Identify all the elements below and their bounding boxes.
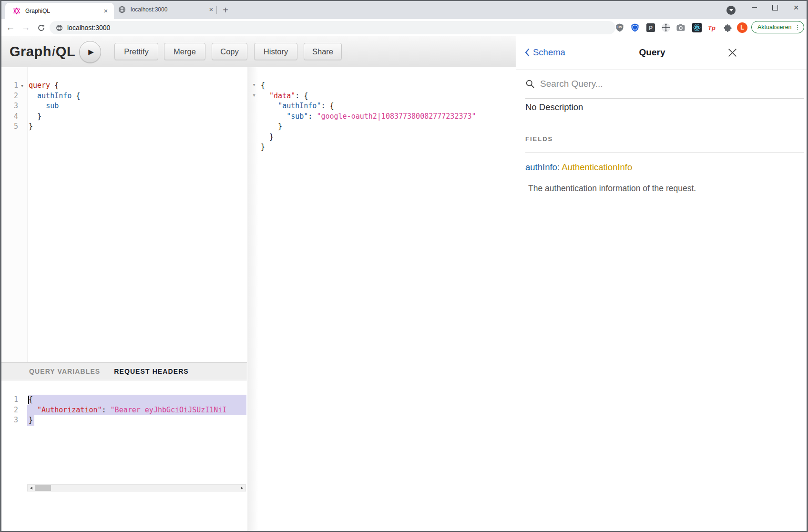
svg-text:P: P: [649, 25, 653, 31]
code-line: "authInfo": {: [259, 101, 515, 112]
field-description: The authentication information of the re…: [528, 184, 696, 194]
request-headers-editor[interactable]: 1 2 3 { "Authorization": "Bearer eyJhbGc…: [0, 380, 246, 501]
address-url: localhost:3000: [67, 24, 110, 31]
field-type-separator: :: [557, 162, 562, 172]
copy-button[interactable]: Copy: [212, 43, 247, 60]
tab-request-headers[interactable]: REQUEST HEADERS: [114, 368, 189, 375]
tab-search-caret-icon[interactable]: [726, 6, 736, 15]
code-line: "sub": "google-oauth2|108377380082777232…: [259, 112, 515, 122]
extensions-puzzle-icon[interactable]: [723, 23, 733, 32]
code-line: sub: [27, 101, 247, 112]
graphiql-logo: GraphiQL: [10, 36, 75, 67]
scroll-right-arrow-icon[interactable]: [238, 485, 245, 491]
globe-icon: [118, 6, 126, 13]
line-number: 3: [0, 415, 18, 426]
tab-title: localhost:3000: [131, 6, 207, 13]
documentation-explorer: Schema Query No Description FIELDS authI…: [516, 36, 808, 532]
line-number: 2: [0, 405, 18, 416]
doc-title: Query: [516, 47, 788, 58]
update-button-label: Aktualisieren: [757, 24, 792, 31]
code-line: }: [259, 122, 515, 132]
share-button[interactable]: Share: [304, 43, 342, 60]
code-line: {: [259, 81, 515, 91]
code-line: }: [27, 415, 246, 426]
fold-arrow-icon[interactable]: ▾: [18, 81, 26, 91]
fields-category-label: FIELDS: [525, 135, 553, 143]
site-globe-icon: [56, 24, 63, 31]
tab-title: GraphiQL: [25, 8, 102, 14]
field-row: authInfo: AuthenticationInfo: [525, 162, 632, 173]
text-cursor: [28, 396, 29, 405]
execute-button[interactable]: ▶: [79, 41, 101, 63]
doc-search-input[interactable]: [539, 78, 804, 90]
ublock-extension-icon[interactable]: UO: [615, 23, 624, 32]
tab-close-icon[interactable]: ×: [207, 5, 215, 14]
profile-avatar[interactable]: L: [737, 22, 747, 33]
code-line: "data": {: [259, 91, 515, 102]
scroll-left-arrow-icon[interactable]: [28, 485, 35, 491]
doc-explorer-header: Schema Query: [516, 36, 808, 70]
prettify-button[interactable]: Prettify: [114, 43, 158, 60]
graphiql-topbar: GraphiQL ▶ Prettify Merge Copy History S…: [0, 36, 516, 67]
minimize-button[interactable]: [744, 0, 765, 15]
line-number: 2: [0, 91, 18, 102]
tab-graphiql[interactable]: GraphiQL ×: [5, 3, 114, 19]
back-button[interactable]: ←: [4, 19, 17, 36]
doc-close-icon[interactable]: [727, 48, 737, 58]
code-line: }: [27, 122, 247, 132]
line-number: 4: [0, 112, 18, 122]
line-number: 3: [0, 101, 18, 112]
maximize-button[interactable]: [765, 0, 786, 15]
history-button[interactable]: History: [254, 43, 297, 60]
browser-toolbar: ← → localhost:3000 UO P Tp: [0, 19, 808, 37]
code-line: {: [27, 395, 246, 405]
type-authenticationinfo-link[interactable]: AuthenticationInfo: [562, 162, 632, 172]
type-description: No Description: [525, 102, 583, 113]
play-icon: ▶: [88, 48, 94, 56]
merge-button[interactable]: Merge: [164, 43, 205, 60]
camera-extension-icon[interactable]: [676, 23, 685, 32]
tab-separator: [216, 6, 217, 14]
code-line: query {: [27, 81, 247, 91]
variables-tab-bar: QUERY VARIABLES REQUEST HEADERS: [0, 362, 247, 380]
code-line: }: [27, 112, 247, 122]
line-number: 1: [0, 81, 18, 91]
address-bar[interactable]: localhost:3000: [50, 21, 615, 34]
tab-localhost[interactable]: localhost:3000 ×: [111, 0, 219, 19]
svg-text:UO: UO: [618, 26, 622, 29]
code-line: }: [259, 142, 515, 153]
result-viewer: ▾ ▾ { "data": { "authInfo": { "sub": "go…: [248, 67, 515, 532]
horizontal-scrollbar[interactable]: [27, 484, 246, 491]
field-authinfo-link[interactable]: authInfo: [525, 162, 557, 172]
update-button[interactable]: Aktualisieren ⋮: [751, 21, 804, 33]
code-line: authInfo {: [27, 91, 247, 102]
menu-kebab-icon: ⋮: [795, 24, 801, 31]
window-controls: ×: [744, 0, 807, 15]
scrollbar-thumb[interactable]: [35, 485, 51, 491]
browser-window: GraphiQL × localhost:3000 × + × ← →: [0, 0, 808, 532]
variables-panel: QUERY VARIABLES REQUEST HEADERS 1 2 3 { …: [0, 362, 247, 532]
p-extension-icon[interactable]: P: [646, 23, 655, 32]
tampermonkey-extension-icon[interactable]: Tp: [707, 23, 716, 32]
code-line: }: [259, 132, 515, 143]
tab-query-variables[interactable]: QUERY VARIABLES: [29, 368, 100, 375]
bitwarden-extension-icon[interactable]: [630, 23, 640, 32]
search-icon: [525, 79, 535, 89]
line-number: 1: [0, 395, 18, 405]
reload-button[interactable]: [34, 19, 48, 36]
close-window-button[interactable]: ×: [786, 0, 807, 15]
query-editor[interactable]: 1▾ 2 3 4 5 query { authInfo { sub } }: [0, 67, 247, 362]
doc-search-box[interactable]: [525, 70, 804, 99]
fold-arrow-icon[interactable]: ▾: [251, 82, 257, 87]
graphiql-logo-icon: [13, 7, 20, 15]
line-number: 5: [0, 122, 18, 132]
category-divider: [525, 152, 804, 153]
browser-tab-strip: GraphiQL × localhost:3000 × + ×: [0, 0, 808, 19]
react-devtools-extension-icon[interactable]: [692, 23, 702, 32]
fold-arrow-icon[interactable]: ▾: [251, 92, 257, 98]
new-tab-button[interactable]: +: [220, 4, 231, 16]
crosshair-extension-icon[interactable]: [661, 23, 671, 32]
forward-button[interactable]: →: [19, 19, 32, 36]
code-line: "Authorization": "Bearer eyJhbGciOiJSUzI…: [27, 405, 246, 416]
tab-close-icon[interactable]: ×: [102, 7, 110, 15]
